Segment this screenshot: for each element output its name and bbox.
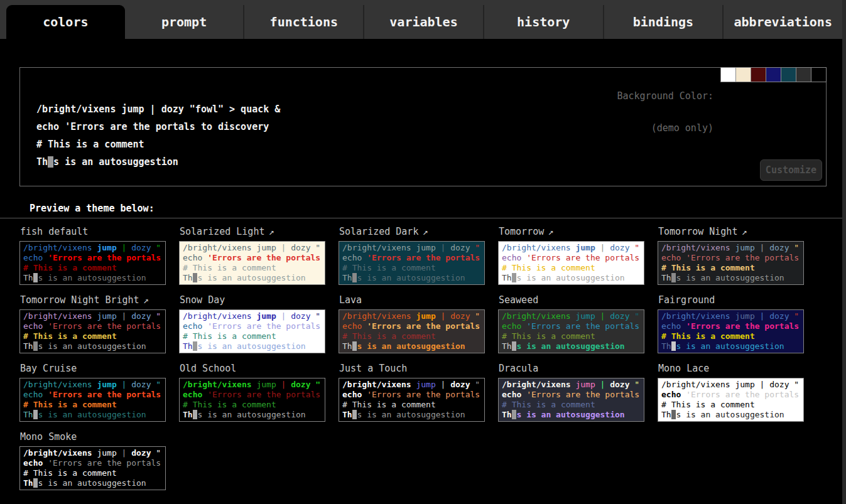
code-segment: | — [760, 380, 770, 389]
theme-card[interactable]: Fairground/bright/vixens jump | dozy "ec… — [658, 294, 804, 353]
code-segment: jump — [575, 243, 600, 252]
bg-swatch-navy[interactable] — [766, 67, 781, 82]
code-segment: Th — [36, 156, 48, 168]
theme-name-text: Snow Day — [180, 294, 225, 306]
theme-preview-line: echo 'Errors are the portals — [502, 390, 641, 400]
tab-history[interactable]: history — [483, 5, 603, 39]
theme-preview-line: # This is a comment — [502, 263, 641, 273]
theme-preview-line: This is an autosuggestion — [23, 410, 162, 420]
theme-preview-line: # This is a comment — [661, 400, 800, 410]
theme-preview[interactable]: /bright/vixens jump | dozy "echo 'Errors… — [658, 309, 804, 353]
theme-preview-line: This is an autosuggestion — [661, 341, 800, 351]
code-segment: echo — [342, 253, 367, 262]
theme-name: fish default — [20, 226, 166, 239]
external-link-icon[interactable]: ↗ — [268, 226, 274, 237]
external-link-icon[interactable]: ↗ — [548, 226, 553, 237]
theme-preview[interactable]: /bright/vixens jump | dozy "echo 'Errors… — [179, 241, 325, 285]
theme-card[interactable]: Just a Touch/bright/vixens jump | dozy "… — [339, 363, 485, 422]
theme-card[interactable]: Bay Cruise/bright/vixens jump | dozy "ec… — [19, 363, 166, 422]
code-segment: jump — [97, 448, 121, 458]
theme-preview-line: # This is a comment — [183, 263, 322, 273]
theme-preview-line: echo 'Errors are the portals — [502, 321, 641, 331]
theme-name: Seaweed — [499, 294, 644, 308]
code-segment: dozy — [769, 243, 794, 252]
theme-card[interactable]: Mono Lace/bright/vixens jump | dozy "ech… — [658, 363, 804, 422]
code-segment: | — [600, 243, 610, 252]
code-segment: # This is a comment — [342, 331, 436, 341]
tab-prompt[interactable]: prompt — [125, 5, 244, 39]
external-link-icon[interactable]: ↗ — [143, 294, 149, 306]
customize-button[interactable]: Customize — [760, 159, 822, 181]
tab-abbreviations[interactable]: abbreviations — [722, 5, 842, 39]
bg-swatch-dark-teal[interactable] — [781, 67, 796, 82]
theme-preview[interactable]: /bright/vixens jump | dozy "echo 'Errors… — [19, 309, 166, 353]
bg-swatch-white[interactable] — [720, 67, 736, 82]
theme-preview[interactable]: /bright/vixens jump | dozy "echo 'Errors… — [498, 378, 644, 422]
theme-card[interactable]: Old School/bright/vixens jump | dozy "ec… — [179, 363, 325, 422]
theme-card[interactable]: fish default/bright/vixens jump | dozy "… — [19, 226, 166, 285]
tab-bindings[interactable]: bindings — [603, 5, 723, 39]
theme-card[interactable]: Seaweed/bright/vixens jump | dozy "echo … — [498, 294, 644, 353]
theme-card[interactable]: Solarized Light↗/bright/vixens jump | do… — [179, 226, 325, 285]
theme-preview[interactable]: /bright/vixens jump | dozy "echo 'Errors… — [339, 378, 485, 422]
theme-card[interactable]: Tomorrow Night↗/bright/vixens jump | doz… — [658, 226, 804, 285]
theme-preview[interactable]: /bright/vixens jump | dozy "echo 'Errors… — [19, 241, 166, 285]
theme-card[interactable]: Lava/bright/vixens jump | dozy "echo 'Er… — [339, 294, 485, 353]
code-segment: # This is a comment — [23, 468, 117, 478]
code-segment: s is an autosuggestion — [38, 341, 146, 351]
theme-preview-line: /bright/vixens jump | dozy " — [23, 380, 162, 390]
vertical-scrollbar[interactable] — [842, 0, 846, 504]
code-segment: # This is a comment — [36, 139, 144, 150]
theme-preview[interactable]: /bright/vixens jump | dozy "echo 'Errors… — [658, 378, 804, 422]
bg-swatch-black[interactable] — [811, 67, 827, 82]
code-segment: s is an autosuggestion — [357, 341, 465, 351]
theme-preview[interactable]: /bright/vixens jump | dozy "echo 'Errors… — [658, 241, 804, 285]
code-segment: s is an autosuggestion — [197, 273, 305, 282]
theme-preview[interactable]: /bright/vixens jump | dozy "echo 'Errors… — [339, 309, 485, 353]
external-link-icon[interactable]: ↗ — [741, 226, 747, 237]
code-segment: dozy — [131, 380, 156, 389]
bg-swatch-charcoal[interactable] — [796, 67, 811, 82]
external-link-icon[interactable]: ↗ — [422, 226, 428, 237]
code-segment: 'Errors are the portals — [526, 390, 639, 399]
code-segment: 'Errors are the portals — [367, 253, 480, 262]
code-segment: jump — [256, 243, 281, 252]
code-segment: 'Errors are the portals — [48, 253, 161, 262]
theme-preview-line: echo 'Errors are the portals — [183, 253, 322, 263]
code-segment: jump — [416, 311, 440, 321]
theme-card[interactable]: Dracula/bright/vixens jump | dozy "echo … — [498, 363, 644, 422]
theme-preview-line: echo 'Errors are the portals — [502, 253, 641, 263]
theme-preview[interactable]: /bright/vixens jump | dozy "echo 'Errors… — [498, 241, 644, 285]
theme-name: Solarized Dark↗ — [339, 226, 485, 239]
theme-card[interactable]: Tomorrow↗/bright/vixens jump | dozy "ech… — [498, 226, 644, 285]
code-segment: dozy — [131, 448, 156, 458]
theme-preview[interactable]: /bright/vixens jump | dozy "echo 'Errors… — [19, 378, 166, 422]
theme-card[interactable]: Tomorrow Night Bright↗/bright/vixens jum… — [19, 294, 166, 353]
theme-card[interactable]: Snow Day/bright/vixens jump | dozy "echo… — [179, 294, 325, 353]
bg-swatch-dark-red[interactable] — [751, 67, 766, 82]
code-segment: jump — [416, 380, 440, 389]
code-segment: Th — [661, 410, 671, 419]
tab-colors[interactable]: colors — [6, 5, 125, 39]
code-segment: /bright/vixens — [661, 243, 735, 252]
theme-name: Tomorrow↗ — [499, 226, 644, 239]
theme-card[interactable]: Mono Smoke/bright/vixens jump | dozy "ec… — [19, 431, 166, 490]
code-segment: " — [794, 311, 799, 321]
theme-preview[interactable]: /bright/vixens jump | dozy "echo 'Errors… — [179, 378, 325, 422]
code-segment: | — [441, 243, 451, 252]
theme-preview[interactable]: /bright/vixens jump | dozy "echo 'Errors… — [179, 309, 325, 353]
tab-variables[interactable]: variables — [363, 5, 483, 39]
code-segment: dozy — [131, 311, 156, 321]
theme-preview[interactable]: /bright/vixens jump | dozy "echo 'Errors… — [19, 446, 166, 490]
theme-preview[interactable]: /bright/vixens jump | dozy "echo 'Errors… — [339, 241, 485, 285]
code-segment: | — [281, 311, 291, 321]
code-segment: echo — [661, 321, 686, 331]
theme-preview[interactable]: /bright/vixens jump | dozy "echo 'Errors… — [498, 309, 644, 353]
tab-functions[interactable]: functions — [243, 5, 363, 39]
code-segment: s is an autosuggestion — [676, 273, 784, 282]
theme-preview-line: /bright/vixens jump | dozy " — [183, 380, 322, 390]
bg-swatch-cream[interactable] — [735, 67, 751, 82]
theme-name-text: Tomorrow Night Bright — [20, 294, 139, 306]
code-segment: /bright/vixens — [183, 311, 256, 321]
theme-card[interactable]: Solarized Dark↗/bright/vixens jump | doz… — [339, 226, 485, 285]
